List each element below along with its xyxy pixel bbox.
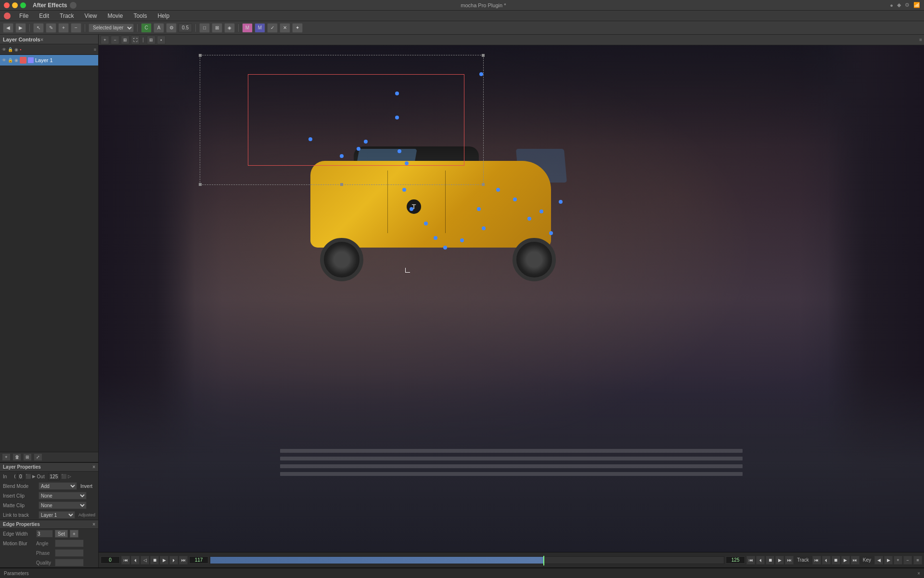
out-value[interactable]: 125: [48, 473, 60, 480]
key-ctrl1[interactable]: ◀: [874, 556, 883, 565]
step-fwd-btn[interactable]: ⏵: [169, 556, 178, 565]
tool-color2[interactable]: M: [255, 23, 265, 33]
taxi-medallion: T: [407, 199, 421, 214]
full-btn[interactable]: ⛶: [131, 36, 140, 44]
in-value[interactable]: 0: [17, 473, 24, 480]
close-button[interactable]: [4, 2, 10, 8]
menu-tools[interactable]: Tools: [131, 12, 149, 20]
edge-add-btn[interactable]: +: [70, 530, 78, 538]
track-ctrl4[interactable]: ▶: [841, 556, 850, 565]
quality-input[interactable]: [55, 559, 84, 566]
params-close-btn[interactable]: ×: [917, 571, 920, 576]
go-start-btn[interactable]: ⏮: [121, 556, 130, 565]
track-point-19: [549, 231, 553, 235]
key-del[interactable]: −: [903, 556, 912, 565]
track-step-b[interactable]: ⏴: [756, 556, 765, 565]
left-panel: Layer Controls × 👁 🔒 ◉ ▪ ≡ 👁 🔒 ◉ Layer 1…: [0, 35, 99, 567]
gear-icon[interactable]: ⚙: [166, 23, 177, 33]
menu-help[interactable]: Help: [155, 12, 171, 20]
zoom-out-btn[interactable]: −: [111, 36, 119, 44]
layer-row[interactable]: 👁 🔒 ◉ Layer 1: [0, 55, 98, 66]
color-btn[interactable]: C: [141, 23, 152, 33]
tool-mask[interactable]: ◈: [224, 23, 235, 33]
track-point-5: [395, 116, 399, 119]
divider-4: [195, 24, 196, 32]
tool-star[interactable]: ✦: [292, 23, 303, 33]
panel-settings[interactable]: ≡: [919, 37, 922, 42]
back-btn[interactable]: ◀: [3, 23, 13, 33]
tool-remove[interactable]: −: [71, 23, 81, 33]
options-btn[interactable]: ≡: [913, 556, 922, 565]
step-back-btn[interactable]: ⏴: [131, 556, 140, 565]
link-track-select[interactable]: Layer 1: [38, 511, 75, 519]
track-ctrl3[interactable]: ⏹: [832, 556, 840, 565]
key-ctrl2[interactable]: ▶: [884, 556, 893, 565]
go-end-btn[interactable]: ⏭: [179, 556, 188, 565]
edge-width-input[interactable]: [36, 530, 53, 538]
angle-input[interactable]: [55, 539, 84, 547]
toolbar: ◀ ▶ ↖ ✎ + − Selected layer C A ⚙ □ ⊠ ◈ M…: [0, 21, 924, 35]
grid-btn[interactable]: ⊞: [147, 36, 155, 44]
track-ctrl1[interactable]: ⏮: [812, 556, 821, 565]
zoom-in-btn[interactable]: +: [101, 36, 109, 44]
track-point-top1: [395, 92, 399, 95]
track-ctrl2[interactable]: ⏴: [822, 556, 831, 565]
stop-btn[interactable]: ⏹: [150, 556, 159, 565]
add-layer-btn[interactable]: +: [2, 453, 11, 461]
expand-btn[interactable]: ⤢: [34, 453, 42, 461]
out-arrow[interactable]: ▷: [68, 474, 71, 479]
phase-input[interactable]: [55, 549, 84, 557]
menu-view[interactable]: View: [83, 12, 99, 20]
safe-btn[interactable]: ▪: [157, 36, 166, 44]
forward-btn[interactable]: ▶: [15, 23, 26, 33]
track-stop[interactable]: ⏹: [766, 556, 774, 565]
tool-check[interactable]: ✓: [267, 23, 278, 33]
track-play[interactable]: ▶: [775, 556, 784, 565]
del-layer-btn[interactable]: 🗑: [13, 453, 21, 461]
play-btn[interactable]: ▶: [160, 556, 168, 565]
tool-add[interactable]: +: [58, 23, 69, 33]
track-point-top3: [479, 72, 483, 76]
menu-track[interactable]: Track: [58, 12, 76, 20]
play-rev-btn[interactable]: ◁: [141, 556, 149, 565]
track-point-2: [340, 154, 344, 158]
fit-btn[interactable]: ⊞: [121, 36, 129, 44]
dup-layer-btn[interactable]: ⊞: [23, 453, 32, 461]
menu-movie[interactable]: Movie: [105, 12, 125, 20]
track-point-8: [410, 207, 413, 211]
layer-props-close[interactable]: ×: [92, 464, 95, 470]
insert-clip-label: Insert Clip: [3, 493, 37, 499]
tool-arrow[interactable]: ↖: [33, 23, 44, 33]
menu-edit[interactable]: Edit: [37, 12, 51, 20]
maximize-button[interactable]: [20, 2, 26, 8]
opacity-input[interactable]: [179, 24, 192, 32]
key-add[interactable]: +: [894, 556, 902, 565]
layer-select[interactable]: Selected layer: [89, 24, 134, 32]
edge-set-btn[interactable]: Set: [55, 530, 68, 538]
timeline-bar[interactable]: [210, 556, 724, 564]
matte-clip-select[interactable]: None: [38, 501, 87, 509]
track-ctrl5[interactable]: ⏭: [851, 556, 860, 565]
blend-mode-label: Blend Mode: [3, 484, 37, 489]
track-controls: ⏮ ⏴ ⏹ ▶ ⏭: [812, 556, 860, 565]
tool-pen[interactable]: ✎: [46, 23, 56, 33]
minimize-button[interactable]: [12, 2, 18, 8]
track-go-start[interactable]: ⏮: [746, 556, 755, 565]
insert-clip-select[interactable]: None: [38, 492, 87, 499]
panel-close-btn[interactable]: ×: [40, 37, 43, 42]
tool-x[interactable]: ✕: [280, 23, 290, 33]
tool-box[interactable]: □: [199, 23, 210, 33]
view-btn[interactable]: A: [154, 23, 164, 33]
blend-mode-select[interactable]: Add: [38, 482, 77, 490]
current-frame: 117: [189, 556, 208, 564]
layer-lock-icon: 🔒: [8, 47, 13, 52]
layer-add-icon: ≡: [94, 47, 96, 52]
layer-name: Layer 1: [35, 57, 53, 63]
track-go-end[interactable]: ⏭: [785, 556, 794, 565]
in-frame-icon: ⟨: [14, 474, 16, 479]
tool-color1[interactable]: M: [242, 23, 253, 33]
edge-width-row: Edge Width Set +: [0, 529, 98, 539]
edge-props-close[interactable]: ×: [92, 522, 95, 527]
menu-file[interactable]: File: [17, 12, 30, 20]
tool-transform[interactable]: ⊠: [212, 23, 222, 33]
